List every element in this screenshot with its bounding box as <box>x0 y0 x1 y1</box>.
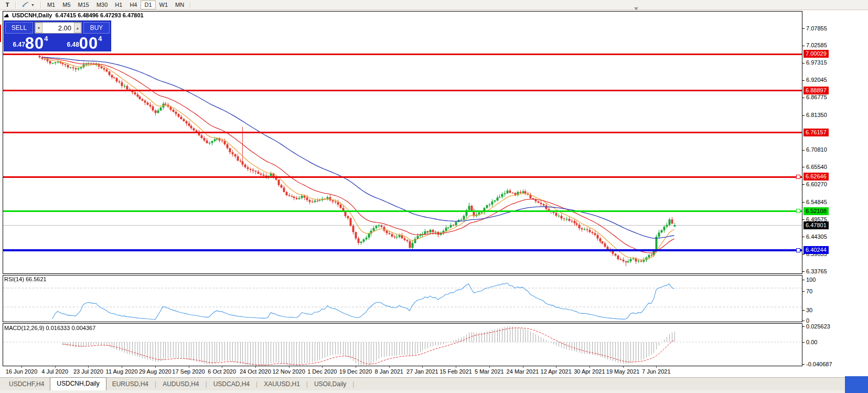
left-edge-red-marker <box>0 25 1 42</box>
chart-tab-usdchf-h4[interactable]: USDCHF,H4 <box>3 378 50 390</box>
date-axis-tick <box>356 366 356 368</box>
date-axis-tick <box>255 366 256 368</box>
price-line-badge: 6.52108 <box>803 207 829 215</box>
date-axis-tick <box>656 366 657 368</box>
toolbar-separator <box>190 2 191 8</box>
price-axis-tick <box>802 80 805 81</box>
chart-tab-xauusd-h1[interactable]: XAUUSD,H1 <box>258 378 306 390</box>
date-axis-tick <box>489 366 490 368</box>
price-axis-tick <box>802 202 805 203</box>
price-chart-canvas[interactable] <box>3 12 802 273</box>
price-axis-label: 6.97315 <box>806 59 827 66</box>
chart-marker-icon <box>4 14 10 17</box>
sell-button[interactable]: SELL <box>5 22 33 34</box>
macd-chart-canvas[interactable] <box>3 324 802 366</box>
date-axis-tick <box>189 366 189 368</box>
buy-price-pips: 00 <box>79 36 98 50</box>
price-axis-label: 6.60270 <box>806 181 827 187</box>
timeframe-button-m30[interactable]: M30 <box>93 1 111 9</box>
rsi-chart-canvas[interactable] <box>3 275 802 322</box>
chart-ohlc-quote: 6.47415 6.48496 6.47293 6.47801 <box>55 12 143 18</box>
timeframe-button-m15[interactable]: M15 <box>74 1 93 9</box>
date-axis-tick <box>523 366 523 368</box>
date-axis-label: 16 Jun 2020 <box>6 368 38 375</box>
date-axis-tick <box>55 366 56 368</box>
rsi-label: RSI(14) 66.5621 <box>4 276 47 282</box>
current-price-badge: 6.47801 <box>803 221 829 229</box>
rsi-axis-tick <box>802 310 805 311</box>
draw-tools-button[interactable]: ▼ <box>18 1 38 9</box>
rsi-axis-label: 30 <box>806 307 812 313</box>
toolbar-separator <box>40 2 41 8</box>
timeframe-button-m5[interactable]: M5 <box>59 1 74 9</box>
chart-shift-marker[interactable] <box>634 7 638 10</box>
date-axis-label: 11 Aug 2020 <box>106 368 138 375</box>
price-axis-tick <box>802 184 805 185</box>
date-axis-tick <box>389 366 390 368</box>
chart-tab-usdcad-h4[interactable]: USDCAD,H4 <box>208 378 255 390</box>
chevron-down-icon: ▼ <box>31 3 35 7</box>
chart-tab-eurusd-h4[interactable]: EURUSD,H4 <box>106 378 154 390</box>
date-axis-tick <box>590 366 590 368</box>
price-axis-tick <box>802 219 805 220</box>
rsi-axis-tick <box>802 291 805 292</box>
tab-separator: | <box>352 380 355 390</box>
timeframe-toolbar: M1M5M15M30H1H4D1W1MN <box>44 1 188 9</box>
macd-axis-label: 0.025623 <box>806 323 830 330</box>
timeframe-button-h1[interactable]: H1 <box>111 1 126 9</box>
price-axis-tick <box>802 46 805 46</box>
date-axis-label: 17 Sep 2020 <box>172 368 205 375</box>
date-axis-label: 5 Mar 2021 <box>475 368 504 375</box>
price-axis-tick <box>802 28 805 29</box>
chart-tab-usoil-daily[interactable]: USOil,Daily <box>308 378 352 390</box>
sell-price-prefix: 6.47 <box>13 41 25 48</box>
volume-decrease-button[interactable]: ▼ <box>35 23 42 33</box>
price-axis-tick <box>802 63 805 63</box>
price-axis-label: 7.07855 <box>806 25 827 31</box>
sell-price[interactable]: 6.47804 <box>4 34 57 50</box>
sell-price-point: 4 <box>44 35 48 43</box>
buy-price[interactable]: 6.48004 <box>58 34 111 50</box>
price-axis-label: 6.92045 <box>806 77 827 83</box>
rsi-axis-label: 70 <box>806 288 812 294</box>
price-line-badge: 7.00029 <box>803 50 829 58</box>
price-axis-tick <box>802 150 805 151</box>
date-axis-label: 23 Jul 2020 <box>73 368 103 375</box>
sell-price-pips: 80 <box>25 36 44 50</box>
buy-button[interactable]: BUY <box>83 22 110 34</box>
price-axis-tick <box>802 167 805 167</box>
date-axis-tick <box>222 366 222 368</box>
chart-tab-audusd-h4[interactable]: AUDUSD,H4 <box>157 378 205 390</box>
date-axis-label: 24 Oct 2020 <box>240 368 271 375</box>
chart-title: USDCNH,Daily 6.47415 6.48496 6.47293 6.4… <box>4 12 147 18</box>
rsi-axis-label: 100 <box>806 277 816 283</box>
date-axis-tick <box>155 366 156 368</box>
rsi-axis-tick <box>802 280 805 280</box>
date-axis-label: 12 Nov 2020 <box>272 368 305 375</box>
price-axis-tick <box>802 254 805 254</box>
volume-stepper: ▼ 2.00 ▲ <box>35 22 82 34</box>
date-axis-label: 27 Jan 2021 <box>406 368 438 375</box>
top-toolbar: T ▼ M1M5M15M30H1H4D1W1MN <box>0 0 868 10</box>
timeframe-button-h4[interactable]: H4 <box>126 1 141 9</box>
volume-increase-button[interactable]: ▲ <box>74 23 81 33</box>
date-axis-label: 19 Dec 2020 <box>339 368 372 375</box>
volume-value[interactable]: 2.00 <box>42 23 74 33</box>
date-axis-label: 7 Jun 2021 <box>642 368 670 375</box>
date-axis-tick <box>88 366 89 368</box>
date-axis-label: 15 Feb 2021 <box>440 368 472 375</box>
price-axis-label: 6.86775 <box>806 94 827 100</box>
macd-axis-label: -0.040687 <box>806 361 832 367</box>
toolbar-separator <box>15 2 16 8</box>
text-tool-button[interactable]: T <box>2 1 13 9</box>
date-axis-tick <box>122 366 122 368</box>
timeframe-button-w1[interactable]: W1 <box>156 1 172 9</box>
price-axis-tick <box>802 98 805 98</box>
timeframe-button-mn[interactable]: MN <box>172 1 188 9</box>
macd-axis-label: 0.00 <box>806 339 817 345</box>
timeframe-button-d1[interactable]: D1 <box>141 1 155 9</box>
chart-window: USDCNH,Daily 6.47415 6.48496 6.47293 6.4… <box>0 10 868 377</box>
date-axis-tick <box>322 366 323 368</box>
chart-tab-usdcnh-daily[interactable]: USDCNH,Daily <box>50 377 106 390</box>
timeframe-button-m1[interactable]: M1 <box>44 1 59 9</box>
